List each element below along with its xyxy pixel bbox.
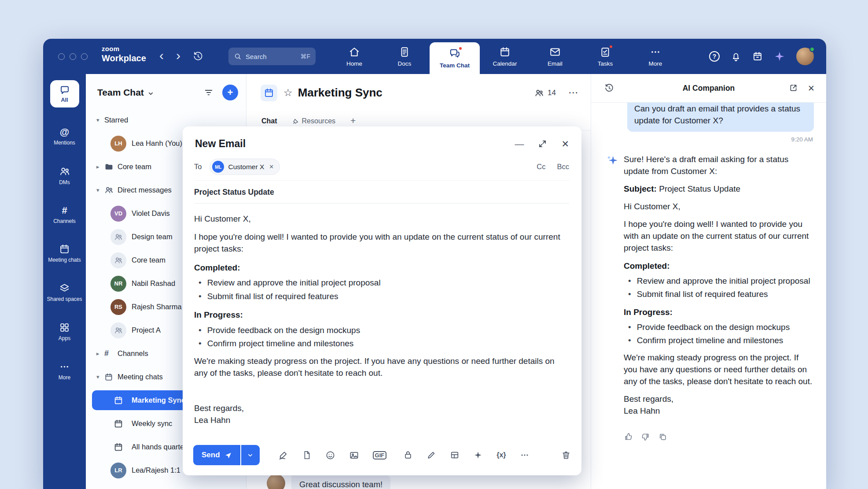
meeting-calendar-icon [110, 419, 126, 429]
ai-response-closing: We're making steady progress on the proj… [624, 352, 814, 387]
remove-recipient-icon[interactable]: ✕ [269, 163, 274, 170]
members-count-button[interactable]: 14 [534, 88, 556, 98]
signature-button[interactable] [278, 450, 288, 460]
email-body-editor[interactable]: Hi Customer X, I hope you're doing well!… [194, 213, 561, 432]
nav-team-chat[interactable]: Team Chat [430, 42, 480, 74]
dms-people-icon [59, 166, 70, 177]
toolbar-more-button[interactable] [520, 450, 530, 460]
nav-home[interactable]: Home [329, 39, 379, 74]
nav-tasks[interactable]: Tasks [580, 39, 630, 74]
discard-draft-button[interactable] [561, 450, 571, 460]
ai-completed-list: Review and approve the initial project p… [624, 275, 814, 300]
cc-button[interactable]: Cc [537, 163, 545, 171]
email-signature: Lea Hahn [194, 414, 561, 426]
new-email-modal: New Email — ✕ To ML Customer X ✕ Cc Bcc … [183, 126, 581, 475]
window-zoom-button[interactable] [81, 53, 88, 60]
email-completed-list: Review and approve the initial project p… [194, 277, 561, 302]
window-close-button[interactable] [58, 53, 65, 60]
attach-file-button[interactable] [302, 450, 312, 460]
ai-response-greeting: Hi Customer X, [624, 200, 814, 212]
pencil-icon [427, 450, 436, 460]
rail-item-apps[interactable]: Apps [45, 322, 84, 342]
avatar: RS [110, 299, 126, 315]
ai-companion-sparkle-icon [606, 154, 618, 422]
chat-message: Great discussion team! [267, 474, 390, 489]
encrypt-lock-button[interactable] [403, 450, 413, 460]
send-options-dropdown[interactable] [241, 445, 260, 465]
thumbs-up-icon[interactable] [624, 432, 633, 441]
conversation-more-icon[interactable]: ⋯ [568, 87, 579, 99]
ai-history-icon[interactable] [604, 83, 614, 93]
rail-item-channels[interactable]: # Channels [45, 205, 84, 225]
history-icon[interactable] [193, 51, 203, 62]
online-status-dot [809, 47, 815, 52]
page-title: Marketing Sync [298, 86, 383, 100]
caret-expanded-icon[interactable]: ▾ [96, 187, 104, 193]
close-panel-icon[interactable]: ✕ [808, 83, 815, 93]
filter-icon[interactable] [204, 88, 213, 97]
minimize-icon[interactable]: — [515, 139, 524, 148]
variables-button[interactable]: {x} [497, 451, 506, 459]
caret-expanded-icon[interactable]: ▾ [96, 117, 104, 123]
lock-icon [403, 450, 413, 460]
expand-icon[interactable] [538, 139, 547, 148]
send-button[interactable]: Send [193, 445, 240, 465]
search-shortcut: ⌘F [300, 53, 310, 60]
gif-button[interactable]: GIF [373, 451, 387, 459]
message-bubble: Great discussion team! [291, 474, 390, 489]
rail-more-icon [59, 361, 70, 372]
sidebar-title[interactable]: Team Chat [97, 87, 144, 98]
all-chats-icon [59, 85, 70, 96]
nav-more[interactable]: More [630, 39, 680, 74]
window-minimize-button[interactable] [70, 53, 76, 60]
avatar: LR [110, 463, 126, 478]
insert-image-button[interactable] [349, 450, 359, 460]
schedule-icon[interactable] [752, 51, 763, 62]
forward-icon[interactable]: › [176, 49, 180, 62]
back-icon[interactable]: ‹ [159, 49, 164, 62]
rail-item-mentions[interactable]: @ Mentions [45, 127, 84, 146]
home-icon [349, 46, 360, 58]
user-avatar[interactable] [796, 48, 814, 65]
rail-item-all[interactable]: All [50, 80, 79, 107]
new-chat-button[interactable]: + [222, 85, 238, 100]
close-icon[interactable]: ✕ [561, 139, 569, 148]
notifications-bell-icon[interactable] [731, 51, 741, 62]
hash-icon: # [104, 349, 118, 358]
thumbs-down-icon[interactable] [641, 432, 650, 441]
ai-sparkle-icon[interactable] [774, 51, 785, 62]
nav-docs[interactable]: Docs [379, 39, 430, 74]
ai-compose-sparkle-button[interactable] [473, 450, 483, 460]
avatar: VD [110, 206, 126, 222]
search-input[interactable]: Search ⌘F [228, 48, 316, 65]
open-in-new-window-icon[interactable] [789, 83, 798, 93]
avatar: NR [110, 276, 126, 292]
template-layout-button[interactable] [450, 450, 460, 460]
email-intro: I hope you're doing well! I wanted to pr… [194, 231, 561, 255]
caret-collapsed-icon[interactable]: ▸ [96, 163, 104, 170]
favorite-star-icon[interactable]: ☆ [283, 87, 293, 99]
sidebar-title-chevron-icon[interactable] [147, 90, 154, 97]
rail-item-meeting-chats[interactable]: Meeting chats [45, 244, 84, 263]
edit-pencil-button[interactable] [427, 450, 436, 460]
rail-item-more[interactable]: More [45, 361, 84, 381]
caret-expanded-icon[interactable]: ▾ [96, 374, 104, 380]
email-in-progress-label: In Progress: [194, 309, 561, 321]
caret-collapsed-icon[interactable]: ▸ [96, 350, 104, 357]
help-icon[interactable]: ? [709, 51, 720, 62]
nav-calendar[interactable]: Calendar [480, 39, 530, 74]
emoji-button[interactable] [325, 450, 335, 460]
rail-item-dms[interactable]: DMs [45, 166, 84, 186]
nav-email[interactable]: Email [530, 39, 580, 74]
copy-icon[interactable] [658, 432, 667, 441]
calendar-icon [499, 46, 511, 58]
compose-toolbar: Send GIF [193, 435, 571, 475]
ai-companion-panel: AI Companion ✕ Can you draft an email th… [591, 74, 826, 489]
to-field-label: To [194, 163, 202, 171]
rail-item-shared-spaces[interactable]: Shared spaces [45, 283, 84, 303]
recipient-chip[interactable]: ML Customer X ✕ [210, 159, 280, 175]
bcc-button[interactable]: Bcc [557, 163, 569, 171]
window-controls [58, 53, 88, 60]
tasks-icon [600, 46, 611, 58]
subject-field[interactable]: Project Status Update [194, 181, 569, 204]
